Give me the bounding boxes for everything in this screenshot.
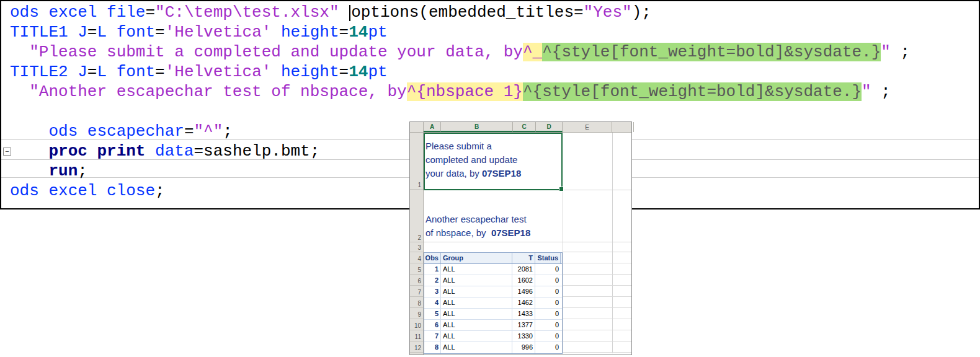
column-header-A[interactable]: A	[424, 122, 441, 132]
row-number-1[interactable]: 1	[410, 133, 423, 190]
obs-cell[interactable]: 7	[424, 331, 441, 342]
column-header-C[interactable]: C	[513, 122, 536, 132]
obs-cell[interactable]: 0	[535, 264, 561, 275]
code-token	[97, 3, 107, 22]
obs-cell[interactable]: 2081	[512, 264, 535, 275]
code-token: 14	[349, 63, 368, 81]
title-line: Please submit a	[425, 139, 550, 153]
title-line: Another escapechar test	[425, 213, 556, 226]
row-number-7[interactable]: 7	[410, 286, 423, 297]
code-token: ods	[10, 182, 39, 200]
column-header-E[interactable]: E	[563, 122, 612, 132]
column-header-D[interactable]: D	[536, 122, 563, 132]
code-token: L	[97, 63, 107, 81]
obs-table-row[interactable]: 6ALL13770	[424, 320, 562, 331]
obs-cell[interactable]: 996	[512, 342, 535, 353]
code-token: run	[48, 162, 78, 180]
obs-cell[interactable]: 6	[424, 320, 441, 330]
row-number-6[interactable]: 6	[410, 275, 423, 286]
code-token: =	[87, 63, 97, 81]
code-token	[271, 63, 281, 81]
obs-cell[interactable]: 3	[424, 286, 441, 297]
code-token: "	[862, 82, 871, 101]
obs-cell[interactable]: 1	[424, 264, 441, 275]
row-number-3[interactable]: 3	[410, 242, 423, 252]
code-token: ods	[48, 122, 78, 141]
row-number-4[interactable]: 4	[410, 252, 423, 263]
obs-table-row[interactable]: 4ALL14620	[424, 298, 562, 309]
column-header-B[interactable]: B	[441, 122, 513, 132]
excel-title2-cell[interactable]: Another escapechar testof nbspace, by 07…	[425, 213, 556, 240]
code-line[interactable]: TITLE1 J=L font='Helvetica' height=14pt	[10, 22, 978, 42]
code-token: =	[155, 63, 165, 81]
obs-cell[interactable]: 0	[535, 275, 561, 286]
code-token	[39, 182, 49, 200]
obs-cell[interactable]: 1462	[512, 298, 535, 308]
code-line[interactable]: TITLE2 J=L font='Helvetica' height=14pt	[10, 62, 978, 82]
obs-table-row[interactable]: 5ALL14330	[424, 309, 562, 320]
obs-table-row[interactable]: 8ALL9960	[424, 342, 562, 353]
code-line[interactable]: "Another escapechar test of nbspace, by^…	[10, 82, 978, 102]
obs-cell[interactable]: 5	[424, 309, 441, 319]
code-token	[107, 23, 117, 42]
obs-cell[interactable]: 1433	[512, 309, 535, 319]
code-line[interactable]: "Please submit a completed and update yo…	[10, 42, 978, 62]
code-token	[68, 23, 78, 42]
row-number-11[interactable]: 11	[410, 330, 423, 342]
code-token: "Yes"	[584, 3, 632, 22]
obs-cell[interactable]: 1496	[512, 286, 535, 297]
code-token: J	[78, 23, 87, 42]
obs-cell[interactable]: 4	[424, 298, 441, 308]
fill-handle[interactable]	[559, 187, 564, 192]
obs-cell[interactable]: 0	[535, 298, 561, 308]
obs-table-row[interactable]: 7ALL13300	[424, 331, 562, 342]
obs-cell[interactable]: 0	[535, 320, 561, 330]
obs-cell[interactable]: ALL	[441, 342, 512, 353]
text-caret	[349, 5, 350, 21]
obs-cell[interactable]: ALL	[441, 331, 512, 342]
obs-cell[interactable]: 0	[535, 286, 561, 297]
obs-cell[interactable]: 1602	[512, 275, 535, 286]
code-token: ;	[871, 82, 891, 101]
obs-cell[interactable]: ALL	[441, 298, 512, 308]
sysdate-value: 07SEP18	[482, 168, 521, 178]
obs-cell[interactable]: 0	[535, 309, 561, 319]
code-token: excel	[48, 182, 97, 200]
obs-cell[interactable]: ALL	[441, 275, 512, 286]
code-token: "^"	[194, 122, 223, 141]
row-number-9[interactable]: 9	[410, 308, 423, 319]
obs-cell[interactable]: ALL	[441, 286, 512, 297]
obs-cell[interactable]: 8	[424, 342, 441, 353]
obs-table-row[interactable]: 1ALL20810	[424, 264, 562, 275]
obs-cell[interactable]: 0	[535, 331, 561, 342]
obs-cell[interactable]: ALL	[441, 309, 512, 319]
escapechar-highlight-yellow: ^_	[523, 43, 542, 61]
obs-table-row[interactable]: 3ALL14960	[424, 286, 562, 298]
obs-cell[interactable]: 0	[535, 342, 561, 353]
code-line[interactable]: ods excel file="C:\temp\test.xlsx" optio…	[10, 2, 978, 22]
obs-header-t: T	[512, 253, 535, 263]
code-token: ods	[10, 3, 39, 22]
code-token: =	[339, 63, 349, 81]
obs-cell[interactable]: 1377	[512, 320, 535, 330]
row-number-10[interactable]: 10	[410, 319, 423, 330]
excel-row-numbers: 123456789101112	[410, 133, 424, 355]
obs-table-row[interactable]: 2ALL16020	[424, 275, 562, 286]
code-line[interactable]	[10, 102, 978, 121]
row-number-12[interactable]: 12	[410, 342, 423, 353]
obs-cell[interactable]: ALL	[441, 320, 512, 330]
row-number-2[interactable]: 2	[410, 190, 423, 242]
excel-title1-cell[interactable]: Please submit acompleted and updateyour …	[425, 139, 550, 180]
row-number-5[interactable]: 5	[410, 263, 423, 275]
obs-cell[interactable]: 2	[424, 275, 441, 286]
code-token: file	[107, 3, 145, 22]
obs-cell[interactable]: ALL	[441, 264, 512, 275]
excel-preview-window[interactable]: Please submit acompleted and updateyour …	[409, 121, 632, 355]
select-all-corner[interactable]	[410, 122, 424, 132]
column-header-partial[interactable]	[612, 122, 634, 132]
row-number-8[interactable]: 8	[410, 297, 423, 308]
code-token: 14	[349, 23, 368, 42]
obs-cell[interactable]: 1330	[512, 331, 535, 342]
code-token	[145, 142, 155, 161]
obs-header-status: Status	[535, 253, 561, 263]
